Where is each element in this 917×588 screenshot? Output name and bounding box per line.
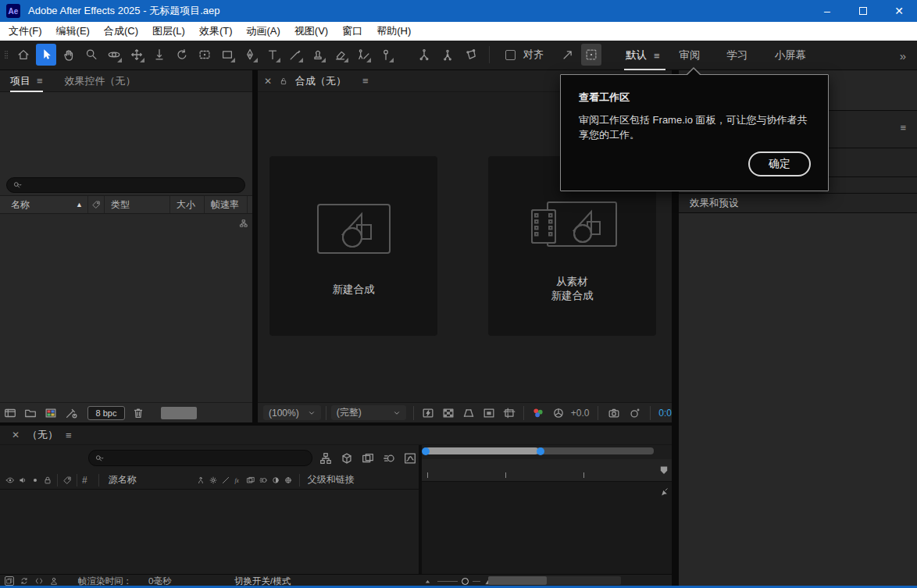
transparency-grid-icon[interactable] [441, 406, 455, 420]
menu-9[interactable]: 帮助(H) [369, 22, 418, 41]
workspace-tab-4[interactable]: 小屏幕 [775, 48, 807, 62]
bit-depth-button[interactable]: 8 bpc [87, 406, 125, 420]
timecode[interactable]: 0:0 [658, 408, 672, 419]
menu-7[interactable]: 视图(V) [287, 22, 335, 41]
fx-icon[interactable]: fx [234, 476, 243, 485]
zoom-out-icon[interactable] [424, 576, 434, 586]
column-parent-link[interactable]: 父级和链接 [308, 473, 355, 486]
tag-icon[interactable] [62, 476, 72, 485]
snap-label[interactable]: 对齐 [523, 48, 544, 62]
ok-button[interactable]: 确定 [748, 151, 811, 176]
selection-tool[interactable] [36, 44, 56, 66]
close-tab-icon[interactable]: ✕ [264, 76, 272, 87]
region-of-interest-icon[interactable] [482, 406, 496, 420]
minimize-button[interactable]: – [809, 0, 845, 22]
timeline-search-input[interactable] [88, 450, 312, 466]
navigator-start-handle[interactable] [422, 447, 430, 455]
time-navigator[interactable] [423, 447, 654, 455]
comp-panel-menu-icon[interactable]: ≡ [362, 75, 369, 87]
pan-camera-tool[interactable] [127, 44, 147, 66]
tab-timeline[interactable]: （无） [27, 426, 58, 445]
column-label-color[interactable] [87, 196, 104, 213]
workspace-menu-icon[interactable]: ≡ [654, 50, 660, 62]
maximize-button[interactable] [845, 0, 881, 22]
graph-editor-icon[interactable] [403, 451, 417, 465]
user-icon[interactable] [49, 576, 59, 586]
rgb-channels-icon[interactable] [531, 406, 545, 420]
lock-small-icon[interactable] [43, 476, 52, 485]
menu-4[interactable]: 图层(L) [145, 22, 192, 41]
inout-icon[interactable] [34, 576, 44, 586]
type-tool[interactable] [262, 44, 283, 66]
track-area[interactable] [422, 482, 672, 574]
project-search-input[interactable] [6, 177, 245, 193]
menu-8[interactable]: 窗口 [335, 22, 369, 41]
brush-tool[interactable] [285, 44, 305, 66]
create-folder-icon[interactable] [23, 406, 37, 420]
column-framerate[interactable]: 帧速率 [204, 196, 247, 213]
horizontal-scrollbar[interactable] [488, 576, 621, 585]
navigator-end-handle[interactable] [537, 447, 544, 455]
workspace-tab-3[interactable]: 学习 [727, 48, 748, 62]
motion-blur-icon[interactable] [259, 476, 268, 485]
timeline-zoom-slider[interactable] [424, 576, 495, 586]
trash-icon[interactable] [131, 406, 145, 420]
project-scrollbar-thumb[interactable] [161, 407, 197, 419]
interpret-footage-icon[interactable] [64, 406, 78, 420]
exposure-value[interactable]: +0.0 [571, 408, 590, 419]
pen-tool[interactable] [240, 44, 260, 66]
frame-blend-icon[interactable] [361, 451, 375, 465]
eraser-tool[interactable] [330, 44, 351, 66]
column-type[interactable]: 类型 [104, 196, 169, 213]
menu-3[interactable]: 合成(C) [97, 22, 145, 41]
joint-pin-3-tool[interactable] [461, 44, 481, 66]
home-tool[interactable] [13, 44, 34, 66]
lock-open-icon[interactable] [279, 77, 288, 86]
workspace-overflow-button[interactable]: » [900, 41, 906, 70]
eye-icon[interactable] [5, 476, 15, 485]
workspace-tab-2[interactable]: 审阅 [680, 48, 701, 62]
hand-tool[interactable] [59, 44, 79, 66]
exposure-icon[interactable] [551, 406, 566, 420]
layer-list-area[interactable] [0, 490, 419, 574]
cycle-icon[interactable] [20, 576, 29, 586]
arrow-ne-tool[interactable] [558, 44, 578, 66]
audio-icon[interactable] [18, 476, 27, 485]
column-source-name[interactable]: 源名称 [109, 473, 137, 486]
snap-checkbox[interactable] [505, 50, 516, 60]
panel-menu-icon[interactable]: ≡ [37, 75, 43, 87]
quality-icon[interactable] [221, 476, 230, 485]
pages-icon[interactable] [5, 576, 14, 586]
marquee-tool[interactable] [581, 44, 601, 66]
magnification-dropdown[interactable]: (100%) [263, 405, 321, 420]
rectangle-tool[interactable] [217, 44, 237, 66]
resolution-dropdown[interactable]: (完整) [331, 405, 406, 420]
close-tab-icon[interactable]: ✕ [12, 429, 20, 440]
shy-icon[interactable] [196, 476, 205, 485]
column-name[interactable]: 名称 ▲ [0, 196, 87, 213]
pan-behind-tool[interactable] [194, 44, 215, 66]
fast-preview-icon[interactable] [421, 406, 435, 420]
guides-icon[interactable] [502, 406, 516, 420]
roto-brush-tool[interactable] [353, 44, 373, 66]
draft-3d-icon[interactable] [340, 451, 354, 465]
tab-effect-controls[interactable]: 效果控件（无） [65, 70, 136, 92]
rotation-tool[interactable] [172, 44, 192, 66]
joint-pin-2-tool[interactable] [437, 44, 458, 66]
frame-blend-icon[interactable] [246, 476, 255, 485]
mini-flowchart-icon[interactable] [319, 451, 333, 465]
show-snapshot-icon[interactable] [628, 406, 642, 420]
threed-icon[interactable] [284, 476, 293, 485]
column-index[interactable]: # [82, 475, 87, 486]
panel-menu-icon[interactable]: ≡ [900, 122, 906, 134]
comp-marker-icon[interactable] [658, 486, 669, 497]
puppet-pin-tool[interactable] [376, 44, 396, 66]
zoom-slider-knob[interactable] [462, 578, 469, 585]
menu-2[interactable]: 编辑(E) [49, 22, 97, 41]
menu-6[interactable]: 动画(A) [240, 22, 287, 41]
tab-composition[interactable]: 合成（无） [295, 70, 346, 92]
clone-stamp-tool[interactable] [308, 44, 328, 66]
effects-presets-header[interactable]: 效果和预设 [679, 194, 917, 213]
zoom-tool[interactable] [81, 44, 102, 66]
workspace-tab-1[interactable]: 默认 [626, 48, 647, 62]
